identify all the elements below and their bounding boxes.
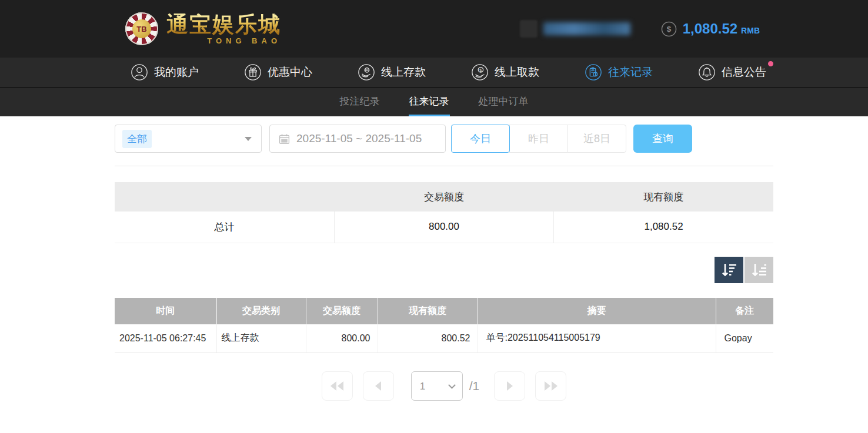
- nav-label: 信息公告: [722, 65, 766, 80]
- total-pages-label: /1: [469, 379, 480, 393]
- user-icon: [131, 63, 148, 81]
- pagination: 1 /1: [115, 371, 773, 401]
- type-select-value: 全部: [122, 130, 152, 148]
- nav-label: 我的账户: [154, 65, 199, 80]
- col-header-note: 备注: [716, 298, 773, 324]
- tab-transaction-records[interactable]: 往来记录: [409, 88, 450, 116]
- left-arrow-icon: [375, 381, 381, 391]
- nav-item-deposit[interactable]: 线上存款: [358, 63, 426, 81]
- nav-item-announcements[interactable]: 信息公告: [698, 63, 766, 81]
- site-logo[interactable]: TB 通宝娱乐城 TONG BAO: [125, 12, 281, 45]
- summary-header-transaction: 交易额度: [334, 182, 553, 212]
- section-divider: [115, 166, 773, 166]
- main-navigation: 我的账户 优惠中心 线上存款 $ 线上取款 往来记录: [0, 58, 868, 87]
- site-subtitle: TONG BAO: [207, 37, 281, 45]
- table-row: 2025-11-05 06:27:45 线上存款 800.00 800.52 单…: [115, 324, 773, 353]
- avatar[interactable]: [520, 20, 538, 38]
- cell-summary: 单号:202511054115005179: [478, 324, 716, 353]
- search-button[interactable]: 查询: [633, 125, 692, 153]
- page-content: 全部 2025-11-05 ~ 2025-11-05 今日 昨日 近8日 查询 …: [115, 125, 773, 401]
- svg-text:$: $: [666, 25, 671, 33]
- nav-item-transaction-records[interactable]: 往来记录: [585, 63, 653, 81]
- today-button[interactable]: 今日: [451, 125, 510, 153]
- cell-type: 线上存款: [216, 324, 306, 353]
- username-redacted: [543, 22, 630, 35]
- col-header-balance: 现有额度: [378, 298, 478, 324]
- summary-header-empty: [115, 182, 334, 212]
- cell-note: Gopay: [716, 324, 773, 353]
- nav-item-my-account[interactable]: 我的账户: [131, 63, 199, 81]
- cell-balance: 800.52: [378, 324, 478, 353]
- sort-ascending-icon: [751, 263, 767, 277]
- nav-label: 往来记录: [608, 65, 653, 80]
- last-page-button[interactable]: [535, 371, 566, 401]
- last-8-days-button[interactable]: 近8日: [567, 125, 626, 153]
- summary-total-label: 总计: [115, 212, 334, 243]
- sub-navigation: 投注纪录 往来记录 处理中订单: [0, 87, 868, 116]
- sort-ascending-button[interactable]: [745, 257, 773, 283]
- withdraw-icon: $: [471, 63, 489, 81]
- site-title: 通宝娱乐城: [166, 14, 281, 35]
- casino-chip-logo-icon: TB: [125, 12, 158, 45]
- sort-descending-icon: [721, 263, 737, 277]
- dollar-coin-icon: $: [661, 21, 677, 37]
- tab-pending-orders[interactable]: 处理中订单: [478, 88, 529, 116]
- balance-amount: 1,080.52: [683, 21, 737, 37]
- summary-header-current: 现有额度: [554, 182, 773, 212]
- yesterday-button[interactable]: 昨日: [509, 125, 568, 153]
- double-left-arrow-icon: [330, 381, 336, 391]
- records-icon: [585, 63, 602, 81]
- nav-item-promotions[interactable]: 优惠中心: [244, 63, 312, 81]
- balance-currency: RMB: [741, 26, 760, 35]
- top-header: TB 通宝娱乐城 TONG BAO $ 1,080.52 RMB: [0, 0, 868, 58]
- col-header-summary: 摘要: [478, 298, 716, 324]
- bell-icon: [698, 63, 716, 81]
- previous-page-button[interactable]: [363, 371, 394, 401]
- nav-label: 线上存款: [381, 65, 426, 80]
- filter-row: 全部 2025-11-05 ~ 2025-11-05 今日 昨日 近8日 查询: [115, 125, 773, 153]
- type-select[interactable]: 全部: [115, 125, 262, 153]
- records-table: 时间 交易类别 交易额度 现有额度 摘要 备注 2025-11-05 06:27…: [115, 298, 773, 354]
- first-page-button[interactable]: [322, 371, 353, 401]
- chip-monogram: TB: [132, 19, 151, 38]
- date-range-input[interactable]: 2025-11-05 ~ 2025-11-05: [269, 125, 446, 153]
- nav-item-withdraw[interactable]: $ 线上取款: [471, 63, 539, 81]
- user-area: $ 1,080.52 RMB: [520, 20, 760, 38]
- chevron-down-icon: [245, 137, 252, 141]
- page-select[interactable]: 1: [412, 372, 462, 400]
- summary-table: 交易额度 现有额度 总计 800.00 1,080.52: [115, 182, 773, 243]
- balance-group[interactable]: $ 1,080.52 RMB: [661, 21, 760, 37]
- tab-betting-records[interactable]: 投注纪录: [339, 88, 380, 116]
- deposit-icon: [358, 63, 375, 81]
- date-range-value: 2025-11-05 ~ 2025-11-05: [296, 132, 422, 145]
- col-header-type: 交易类别: [216, 298, 306, 324]
- sort-controls: [115, 257, 773, 283]
- summary-transaction-amount: 800.00: [334, 212, 553, 243]
- notification-dot: [768, 61, 773, 66]
- col-header-time: 时间: [115, 298, 216, 324]
- sort-descending-button[interactable]: [715, 257, 743, 283]
- gift-icon: [244, 63, 262, 81]
- calendar-icon: [278, 133, 291, 145]
- quick-date-group: 今日 昨日 近8日: [452, 125, 626, 153]
- nav-label: 线上取款: [495, 65, 539, 80]
- cell-time: 2025-11-05 06:27:45: [115, 324, 216, 353]
- records-header-row: 时间 交易类别 交易额度 现有额度 摘要 备注: [115, 298, 773, 324]
- right-arrow-icon: [507, 381, 513, 391]
- summary-row: 总计 800.00 1,080.52: [115, 212, 773, 243]
- col-header-amount: 交易额度: [306, 298, 378, 324]
- summary-current-amount: 1,080.52: [554, 212, 773, 243]
- page-select-wrap: 1: [411, 371, 463, 401]
- nav-label: 优惠中心: [268, 65, 312, 80]
- double-right-arrow-icon: [545, 381, 550, 391]
- cell-amount: 800.00: [306, 324, 378, 353]
- next-page-button[interactable]: [494, 371, 525, 401]
